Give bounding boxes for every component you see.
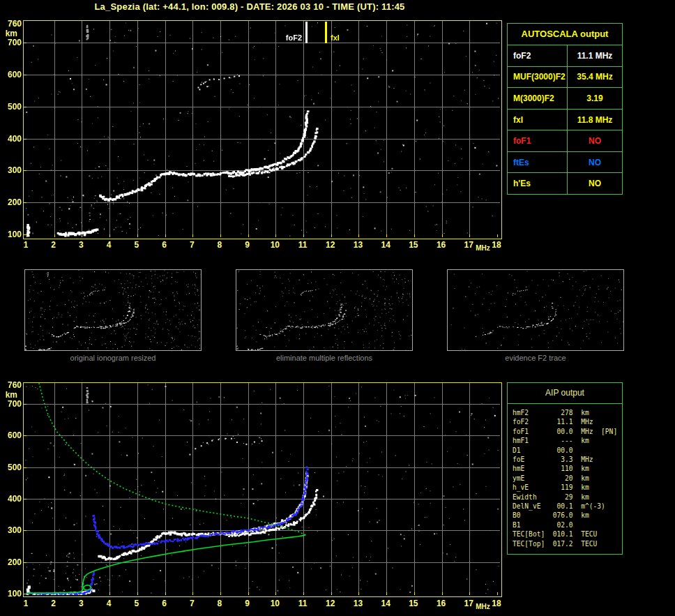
top-ionogram-canvas [24,21,500,237]
parameter-value: 11.1 MHz [567,45,622,66]
autoscala-table-rows: foF211.1 MHzMUF(3000)F235.4 MHzM(3000)F2… [508,45,622,194]
top-ionogram-plot [23,20,502,239]
x-tick-label: 14 [377,240,395,250]
x-tick-label: 11 [294,240,312,250]
x-tick-label: 5 [128,240,146,250]
aip-output-table: AIP output hmF2 278 km foF2 11.1 MHz foF… [507,382,623,555]
parameter-value: 3.19 [567,88,622,109]
x-axis-unit: MHz [476,243,490,253]
x-tick-label: 7 [183,599,201,608]
x-tick-label: 12 [321,599,340,608]
x-tick-label: 13 [349,599,367,608]
autoscala-table-title: AUTOSCALA output [508,24,622,45]
parameter-value: NO [567,130,622,151]
x-tick-label: 3 [72,599,90,608]
parameter-label: fxI [508,110,567,130]
thumbnail-evidence-f2 [447,269,624,351]
thumbnail-caption-original: original ionogram resized [24,354,202,362]
parameter-value: 35.4 MHz [567,67,622,88]
x-tick-label: 4 [100,599,118,608]
y-axis-unit: km [0,390,17,400]
x-tick-label: 10 [266,240,284,250]
y-tick-label: 200 [1,197,22,207]
thumbnail-caption-eliminate: eliminate multiple reflections [236,354,413,362]
thumbnail-eliminate-reflections [236,269,413,351]
x-tick-label: 15 [404,599,423,608]
y-tick-label: 100 [1,230,22,239]
x-tick-label: 15 [404,240,423,250]
x-tick-label: 2 [45,240,63,250]
thumbnail-original-canvas [25,270,201,350]
parameter-label: MUF(3000)F2 [508,67,567,88]
x-tick-label: 3 [72,240,90,250]
y-tick-label: 400 [1,134,22,144]
x-tick-label: 10 [266,599,284,608]
x-tick-label: 1 [17,240,35,250]
x-tick-label: 16 [432,599,450,608]
x-tick-label: 13 [349,240,367,250]
y-tick-label: 500 [1,102,22,112]
aip-table-rows: hmF2 278 km foF2 11.1 MHz foF1 00.0 MHz … [508,404,622,548]
x-axis-unit: MHz [476,602,490,612]
autoscala-output-screen: La_Spezia (lat: +44.1, lon: 009.8) - DAT… [0,0,675,616]
page-title: La_Spezia (lat: +44.1, lon: 009.8) - DAT… [23,1,476,12]
aip-table-title: AIP output [508,383,622,404]
x-tick-label: 1 [17,599,35,608]
x-tick-label: 14 [377,599,395,608]
x-tick-label: 5 [128,599,146,608]
y-tick-label: 700 [1,38,22,47]
parameter-label: ftEs [508,152,567,173]
y-tick-label: 700 [1,399,22,409]
thumbnail-original-ionogram [24,269,202,351]
thumbnail-caption-evidence: evidence F2 trace [447,354,624,362]
x-tick-label: 16 [432,240,450,250]
thumbnail-evidence-canvas [448,270,623,350]
x-tick-label: 6 [156,599,174,608]
x-tick-label: 11 [294,599,312,608]
autoscala-row-fxi: fxI11.8 MHz [508,110,622,131]
parameter-label: h'Es [508,173,567,194]
autoscala-output-table: AUTOSCALA output foF211.1 MHzMUF(3000)F2… [507,23,623,195]
x-tick-label: 12 [321,240,340,250]
parameter-label: M(3000)F2 [508,88,567,109]
bottom-ionogram-canvas [24,383,500,595]
parameter-label: foF1 [508,130,567,151]
autoscala-row-muf-3000-f2: MUF(3000)F235.4 MHz [508,67,622,89]
x-tick-label: 9 [238,599,257,608]
x-tick-label: 9 [238,240,257,250]
x-tick-label: 8 [211,599,229,608]
y-tick-label: 300 [1,165,22,175]
parameter-label: foF2 [508,45,567,66]
autoscala-row-h-es: h'EsNO [508,173,622,194]
y-tick-label: 100 [1,589,22,599]
parameter-value: NO [567,173,622,194]
x-tick-label: 7 [183,240,201,250]
x-tick-label: 6 [156,240,174,250]
autoscala-row-m-3000-f2: M(3000)F23.19 [508,88,622,110]
autoscala-row-ftes: ftEsNO [508,152,622,174]
y-tick-label: 600 [1,70,22,80]
y-tick-label: 300 [1,525,22,535]
bottom-ionogram-plot [23,382,502,597]
y-tick-label: 760 [1,380,22,390]
y-axis-unit: km [0,29,17,38]
x-tick-label: 8 [211,240,229,250]
x-tick-label: 18 [487,599,506,608]
y-tick-label: 200 [1,557,22,567]
autoscala-row-fof1: foF1NO [508,130,622,152]
y-tick-label: 760 [1,19,22,29]
y-tick-label: 600 [1,430,22,440]
x-tick-label: 2 [45,599,63,608]
y-tick-label: 500 [1,463,22,472]
thumbnail-eliminate-canvas [236,270,412,350]
x-tick-label: 4 [100,240,118,250]
parameter-value: 11.8 MHz [567,110,622,130]
y-tick-label: 400 [1,494,22,504]
parameter-value: NO [567,152,622,173]
autoscala-row-fof2: foF211.1 MHz [508,45,622,67]
x-tick-label: 18 [487,240,506,250]
